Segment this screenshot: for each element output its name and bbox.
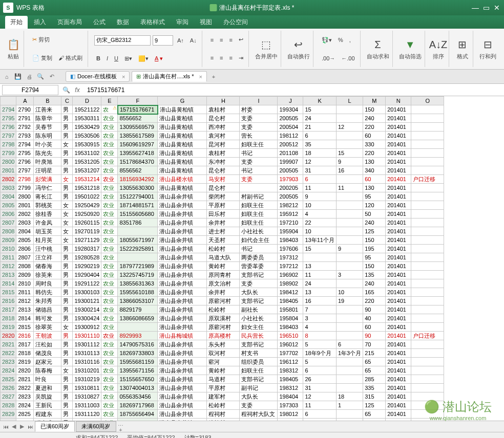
align-right-button[interactable]: ≡ (227, 54, 235, 62)
col-header[interactable]: B (34, 97, 61, 105)
font-name-select[interactable] (94, 35, 151, 46)
col-header[interactable]: F (118, 97, 158, 105)
wrap-button[interactable]: ↩ (237, 35, 245, 44)
col-header[interactable]: H (207, 97, 240, 105)
table-row[interactable]: 28142810周时良男19291122农业13855631363潜山县余井镇原… (1, 279, 444, 288)
table-row[interactable]: 28072803许金凤女19260115农业8351786潜山县余井镇余井村妇联… (1, 218, 444, 227)
merge-center-button[interactable]: ⬚合并居中 (255, 37, 278, 60)
table-row[interactable]: 27992795陈光先男19531102农业13955627418潜山县黄柏镇袁… (1, 149, 444, 158)
menu-review[interactable]: 审阅 (171, 16, 194, 29)
col-header[interactable]: L (336, 97, 363, 105)
table-row[interactable]: 28242820陈春梅女19310201农业13955671156潜山县余井镇黄… (1, 366, 444, 375)
col-header[interactable]: O (411, 97, 444, 105)
table-row[interactable]: 28162812朱邦秀男19300121农业13866053107潜山县余井镇原… (1, 297, 444, 305)
font-size-select[interactable] (153, 35, 173, 46)
table-row[interactable]: 28042800蒋长江男19501022农业15122794001潜山县余井镇柴… (1, 192, 444, 201)
table-row[interactable]: 28102806汪中桃男19280317农业15222925891潜山县余井镇松… (1, 245, 444, 253)
table-row[interactable]: 27962792吴春节男19530429农业13095569579潜山县黄柏镇西… (1, 123, 444, 132)
table-row[interactable]: 28252821叶良男19310219农业15155657650潜山县余井镇马道… (1, 375, 444, 384)
col-header[interactable]: M (363, 97, 386, 105)
wrap-text-button[interactable]: ↩自动换行 (287, 37, 310, 60)
minimize-button[interactable]: — (472, 4, 479, 12)
sheet-nav-next[interactable]: ▶ (18, 423, 26, 430)
table-row[interactable]: 28082804胡玉英女19270119农业潜山县余井镇进士村小社社长19590… (1, 227, 444, 236)
table-row[interactable]: 28172813储德昌男19300214农业8829179潜山县余井镇松岭村副社… (1, 305, 444, 314)
font-color-button[interactable]: A▾ (153, 54, 165, 63)
add-sheet-button[interactable]: …+ (117, 421, 124, 433)
table-row[interactable]: 28182814韩可发男19300424农业13866086659潜山县余井镇原… (1, 314, 444, 323)
align-center-button[interactable]: ≡ (218, 54, 225, 62)
table-row[interactable]: 27942790江善来男19521122农15715176671潜山县黄柏镇袁桂… (1, 105, 444, 114)
spreadsheet-grid[interactable]: ABCDEFGHIJKLMNO27942790江善来男19521122农1571… (0, 96, 504, 421)
table-row[interactable]: 28212817汪松如男19301112农业14790575316潜山县余井镇东… (1, 340, 444, 349)
col-header[interactable]: G (158, 97, 207, 105)
table-row[interactable]: 28052801郭桃英女19250429农业18714881571潜山县余井镇平… (1, 201, 444, 210)
fx-button[interactable]: fx (72, 84, 83, 96)
comma-button[interactable]: , (347, 36, 353, 44)
format-painter-button[interactable]: 🖌格式刷 (56, 53, 85, 63)
autofilter-button[interactable]: ▼自动筛选 (399, 37, 422, 60)
col-header[interactable]: C (61, 97, 73, 105)
col-header[interactable]: A (16, 97, 34, 105)
sheet-nav-prev[interactable]: ◀ (10, 423, 17, 430)
home-icon[interactable]: ⌂ (2, 72, 11, 81)
close-file-icon[interactable]: × (199, 74, 202, 80)
row-col-button[interactable]: ⊟行和列 (479, 37, 496, 60)
sort-button[interactable]: A↓Z排序 (431, 37, 446, 60)
sheet-tab-active[interactable]: 已满60周岁 (35, 421, 75, 432)
col-header[interactable]: D (73, 97, 101, 105)
table-row[interactable]: 28192815徐翠英女19300912农业潜山县余井镇原蘄河村妇女主任1984… (1, 323, 444, 332)
table-row[interactable]: 28282824王新民男19311003农业18269717968潜山县余井镇松… (1, 401, 444, 410)
align-top-button[interactable]: ≡ (208, 36, 216, 44)
table-row[interactable]: 28232819赵家元男19310116农业15955681159潜山县余井镇蘄… (1, 358, 444, 366)
table-row[interactable]: 28032799冯华仁男19531218农业13055630300潜山县黄柏镇昆… (1, 184, 444, 192)
increase-font-button[interactable]: A↑ (175, 36, 186, 45)
print-icon[interactable]: 🖨 (25, 72, 34, 81)
format-button[interactable]: ⊞格式 (455, 37, 470, 60)
fill-color-button[interactable]: 🟨▾ (136, 54, 151, 63)
save-icon[interactable]: 💾 (13, 72, 23, 81)
currency-button[interactable]: 💱▾ (320, 36, 334, 45)
table-row[interactable]: 28132809徐英来男19290404农业13225745719潜山县余井镇原… (1, 271, 444, 279)
align-bottom-button[interactable]: ≡ (227, 36, 235, 44)
col-header[interactable]: K (303, 97, 336, 105)
italic-button[interactable]: I (104, 54, 110, 62)
table-row[interactable]: 28222818储茂良男19310113农业18269733803潜山县余井镇双… (1, 349, 444, 358)
menu-office-space[interactable]: 办公空间 (218, 16, 253, 29)
sheet-tab-other[interactable]: 未满60周岁 (76, 421, 116, 432)
menu-data[interactable]: 数据 (112, 16, 134, 29)
table-row[interactable]: 28022798彭荣满女19531214农业18156934292潜山县楼水镇马… (1, 175, 444, 184)
col-header[interactable]: E (101, 97, 118, 105)
border-button[interactable]: ⊞▾ (122, 54, 134, 63)
align-middle-button[interactable]: ≡ (218, 36, 225, 44)
cut-button[interactable]: ✂剪切 (30, 35, 85, 45)
decrease-decimal-button[interactable]: ←.00 (339, 54, 356, 62)
increase-decimal-button[interactable]: .00→ (320, 54, 337, 62)
table-row[interactable]: 28152811韩仿先男19300103农业15955610188潜山县余井镇余… (1, 288, 444, 297)
table-row[interactable]: 28262822夏进和男19310811农业13074004013潜山县余井镇平… (1, 384, 444, 392)
table-row[interactable]: 27972793陈东明男19530506农业13855617589潜山县黄柏镇袁… (1, 132, 444, 140)
menu-view[interactable]: 视图 (195, 16, 217, 29)
table-row[interactable]: 27952791陈章华男19530311农业8556652潜山县黄柏镇昆仑村支委… (1, 114, 444, 123)
maximize-button[interactable]: ▭ (483, 4, 490, 12)
name-box[interactable] (2, 85, 58, 95)
paste-button[interactable]: 📋粘贴 (6, 37, 20, 60)
table-row[interactable]: 28272823吴凯旋男19310827农业0556353456潜山县余井镇建军… (1, 392, 444, 401)
table-row[interactable]: 28302826程大成男农业18360842潜山县余井镇糖岭村 (1, 419, 444, 421)
menu-insert[interactable]: 插入 (29, 16, 51, 29)
table-row[interactable]: 27982794叶小英女19530915农业15609619297潜山县黄柏镇昆… (1, 140, 444, 149)
col-header[interactable]: J (278, 97, 303, 105)
table-row[interactable]: 28122808储春海男19290219农业18797721989潜山县余井镇黄… (1, 262, 444, 271)
table-row[interactable]: 28062802徐桂香女19250920农业15155605680潜山县余井镇田… (1, 210, 444, 218)
table-row[interactable]: 28202816王朝波男19301110农业8929993潜山县梅城镇原高楼村民… (1, 332, 444, 340)
undo-icon[interactable]: ↶ (47, 72, 56, 81)
percent-button[interactable]: % (336, 36, 345, 44)
decrease-font-button[interactable]: A↓ (188, 36, 199, 45)
file-tab[interactable]: ⊞潜山县离任村....xls *× (132, 71, 206, 82)
table-row[interactable]: 28092805桂月英女19271129农业18055671997潜山县余井镇天… (1, 236, 444, 245)
close-docer-icon[interactable]: × (122, 74, 125, 80)
table-row[interactable]: 28292825程建东男19311120农业18755656494潜山县余井镇程… (1, 410, 444, 419)
bold-button[interactable]: B (94, 54, 102, 62)
sheet-nav-first[interactable]: ⏮ (2, 424, 9, 430)
col-header[interactable] (1, 97, 16, 105)
